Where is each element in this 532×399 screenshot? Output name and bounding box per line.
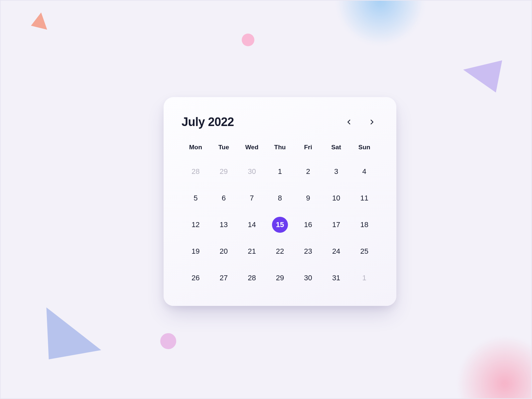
calendar-day[interactable]: 6 bbox=[216, 190, 232, 206]
calendar-day-other-month[interactable]: 30 bbox=[244, 164, 260, 180]
calendar-header: July 2022 bbox=[182, 115, 378, 129]
calendar-day[interactable]: 16 bbox=[300, 217, 316, 233]
decor-blur-pink bbox=[445, 332, 532, 399]
calendar-day[interactable]: 21 bbox=[244, 243, 260, 259]
calendar-week-row: 2627282930311 bbox=[182, 265, 378, 291]
calendar-day-other-month[interactable]: 28 bbox=[188, 164, 203, 180]
calendar-day[interactable]: 23 bbox=[300, 243, 316, 259]
calendar-day[interactable]: 25 bbox=[356, 243, 372, 259]
calendar-week-row: 2829301234 bbox=[182, 158, 378, 185]
calendar-day[interactable]: 3 bbox=[328, 164, 344, 180]
weekday-label: Tue bbox=[210, 144, 238, 151]
calendar-day[interactable]: 26 bbox=[188, 270, 203, 286]
calendar-day[interactable]: 19 bbox=[188, 243, 203, 259]
calendar-day[interactable]: 11 bbox=[356, 190, 372, 206]
calendar-title: July 2022 bbox=[182, 115, 234, 129]
decor-circle-mauve bbox=[160, 333, 176, 349]
decor-triangle-blue bbox=[40, 299, 101, 359]
calendar-card: July 2022 Mon Tue Wed Thu Fri Sat Sun 28… bbox=[164, 97, 396, 306]
calendar-day[interactable]: 5 bbox=[188, 190, 203, 206]
calendar-day-other-month[interactable]: 29 bbox=[216, 164, 232, 180]
calendar-week-row: 19202122232425 bbox=[182, 238, 378, 265]
calendar-day-selected[interactable]: 15 bbox=[272, 217, 288, 233]
calendar-week-row: 12131415161718 bbox=[182, 211, 378, 238]
calendar-day[interactable]: 22 bbox=[272, 243, 288, 259]
weekday-label: Thu bbox=[266, 144, 294, 151]
weekday-label: Fri bbox=[294, 144, 322, 151]
calendar-week-row: 567891011 bbox=[182, 185, 378, 211]
calendar-day[interactable]: 8 bbox=[272, 190, 288, 206]
calendar-nav bbox=[342, 115, 378, 129]
weekday-label: Sat bbox=[322, 144, 350, 151]
decor-circle-pink bbox=[242, 34, 254, 46]
decor-triangle-lavender bbox=[463, 45, 513, 93]
calendar-day[interactable]: 31 bbox=[328, 270, 344, 286]
decor-triangle-salmon bbox=[31, 11, 51, 30]
calendar-day-other-month[interactable]: 1 bbox=[356, 270, 372, 286]
chevron-right-icon bbox=[369, 117, 375, 127]
calendar-grid: 2829301234567891011121314151617181920212… bbox=[182, 158, 378, 291]
calendar-day[interactable]: 20 bbox=[216, 243, 232, 259]
calendar-day[interactable]: 24 bbox=[328, 243, 344, 259]
calendar-day[interactable]: 2 bbox=[300, 164, 316, 180]
weekday-label: Sun bbox=[350, 144, 378, 151]
weekday-label: Wed bbox=[238, 144, 266, 151]
prev-month-button[interactable] bbox=[342, 115, 356, 129]
next-month-button[interactable] bbox=[365, 115, 378, 129]
weekday-label: Mon bbox=[182, 144, 210, 151]
calendar-day[interactable]: 30 bbox=[300, 270, 316, 286]
calendar-day[interactable]: 7 bbox=[244, 190, 260, 206]
chevron-left-icon bbox=[346, 117, 352, 127]
calendar-day[interactable]: 17 bbox=[328, 217, 344, 233]
calendar-day[interactable]: 14 bbox=[244, 217, 260, 233]
calendar-day[interactable]: 18 bbox=[356, 217, 372, 233]
calendar-day[interactable]: 29 bbox=[272, 270, 288, 286]
calendar-day[interactable]: 9 bbox=[300, 190, 316, 206]
weekday-row: Mon Tue Wed Thu Fri Sat Sun bbox=[182, 144, 378, 151]
calendar-day[interactable]: 4 bbox=[356, 164, 372, 180]
calendar-day[interactable]: 28 bbox=[244, 270, 260, 286]
decor-blur-blue bbox=[327, 0, 439, 57]
calendar-day[interactable]: 12 bbox=[188, 217, 203, 233]
calendar-day[interactable]: 10 bbox=[328, 190, 344, 206]
calendar-day[interactable]: 27 bbox=[216, 270, 232, 286]
calendar-day[interactable]: 1 bbox=[272, 164, 288, 180]
calendar-day[interactable]: 13 bbox=[216, 217, 232, 233]
